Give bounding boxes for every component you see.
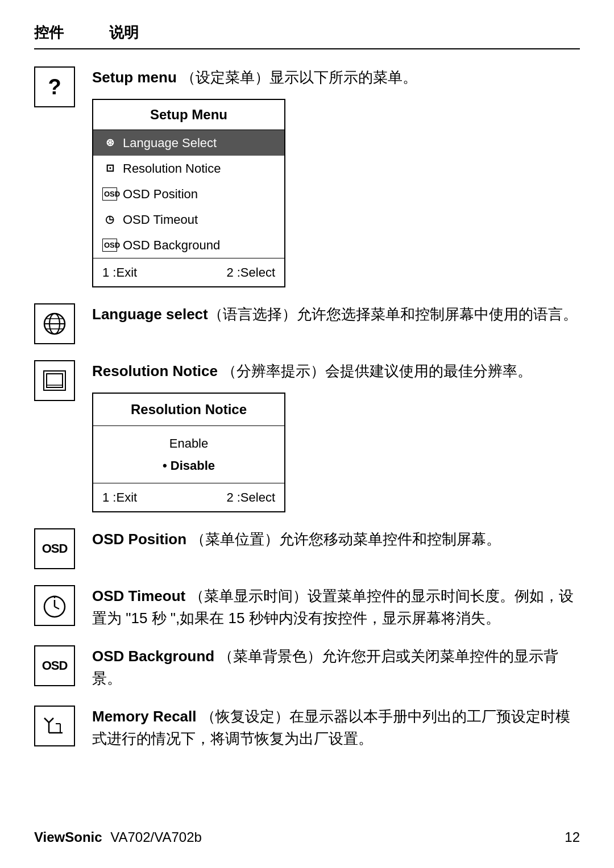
osd-timeout-icon — [34, 585, 75, 626]
globe-icon — [34, 303, 75, 344]
setup-menu-table: Setup Menu ⊛ Language Select ⊡ Resolutio… — [92, 99, 285, 287]
res-notice-footer: 1 :Exit 2 :Select — [93, 483, 284, 511]
section-memory-recall: Memory Recall （恢复设定）在显示器以本手册中列出的工厂预设定时模式… — [34, 706, 580, 750]
setup-menu-footer: 1 :Exit 2 :Select — [93, 258, 284, 286]
menu-item-osd-timeout: ◷ OSD Timeout — [93, 207, 284, 232]
disable-option: • Disable — [93, 456, 284, 475]
section-resolution-notice: Resolution Notice （分辨率提示）会提供建议使用的最佳分辨率。 … — [34, 360, 580, 512]
section-osd-timeout: OSD Timeout （菜单显示时间）设置菜单控件的显示时间长度。例如，设置为… — [34, 585, 580, 629]
memory-recall-text: Memory Recall （恢复设定）在显示器以本手册中列出的工厂预设定时模式… — [92, 706, 580, 750]
header-col1: 控件 — [34, 23, 64, 43]
osd-timeout-text: OSD Timeout （菜单显示时间）设置菜单控件的显示时间长度。例如，设置为… — [92, 585, 580, 629]
section-setup-menu: ? Setup menu （设定菜单）显示以下所示的菜单。 Setup Menu… — [34, 66, 580, 287]
res-notice-title: Resolution Notice — [93, 394, 284, 426]
section-language-select: Language select（语言选择）允许您选择菜单和控制屏幕中使用的语言。 — [34, 303, 580, 344]
language-select-text: Language select（语言选择）允许您选择菜单和控制屏幕中使用的语言。 — [92, 303, 580, 326]
memory-recall-icon — [34, 706, 75, 746]
rect-icon-small: ⊡ — [102, 161, 117, 176]
clock-icon-small: ◷ — [102, 212, 117, 227]
resolution-notice-text: Resolution Notice （分辨率提示）会提供建议使用的最佳分辨率。 … — [92, 360, 580, 512]
osd-position-text: OSD Position （菜单位置）允许您移动菜单控件和控制屏幕。 — [92, 528, 580, 550]
osd-background-text: OSD Background （菜单背景色）允许您开启或关闭菜单控件的显示背景。 — [92, 645, 580, 690]
menu-item-osd-background: OSD OSD Background — [93, 232, 284, 258]
enable-option: Enable — [93, 434, 284, 453]
res-notice-body: Enable • Disable — [93, 426, 284, 483]
svg-line-9 — [55, 607, 59, 609]
section-osd-background: OSD OSD Background （菜单背景色）允许您开启或关闭菜单控件的显… — [34, 645, 580, 690]
globe-icon-small: ⊛ — [102, 135, 117, 151]
footer-brand-model: ViewSonic VA702/VA702b — [34, 829, 202, 845]
table-header: 控件 说明 — [34, 23, 580, 49]
setup-menu-exit: 1 :Exit — [102, 263, 137, 282]
menu-item-osd-position: OSD OSD Position — [93, 181, 284, 207]
menu-item-language: ⊛ Language Select — [93, 130, 284, 156]
header-col2: 说明 — [109, 23, 139, 43]
osd-position-icon: OSD — [34, 528, 75, 569]
globe-svg — [42, 311, 67, 336]
osd-background-icon: OSD — [34, 645, 75, 686]
section-osd-position: OSD OSD Position （菜单位置）允许您移动菜单控件和控制屏幕。 — [34, 528, 580, 569]
setup-menu-title: Setup Menu — [93, 100, 284, 130]
osd-icon-small: OSD — [102, 187, 117, 201]
menu-item-resolution: ⊡ Resolution Notice — [93, 156, 284, 181]
resolution-icon — [34, 360, 75, 401]
res-notice-select: 2 :Select — [226, 488, 275, 507]
osd2-icon-small: OSD — [102, 239, 117, 252]
page-footer: ViewSonic VA702/VA702b 12 — [34, 829, 580, 845]
brand-name: ViewSonic — [34, 829, 102, 845]
question-icon: ? — [34, 66, 75, 107]
res-notice-exit: 1 :Exit — [102, 488, 137, 507]
setup-menu-select: 2 :Select — [226, 263, 275, 282]
resolution-notice-table: Resolution Notice Enable • Disable 1 :Ex… — [92, 393, 285, 512]
setup-menu-text: Setup menu （设定菜单）显示以下所示的菜单。 Setup Menu ⊛… — [92, 66, 580, 287]
page-number: 12 — [565, 829, 580, 845]
model-name: VA702/VA702b — [110, 829, 202, 845]
